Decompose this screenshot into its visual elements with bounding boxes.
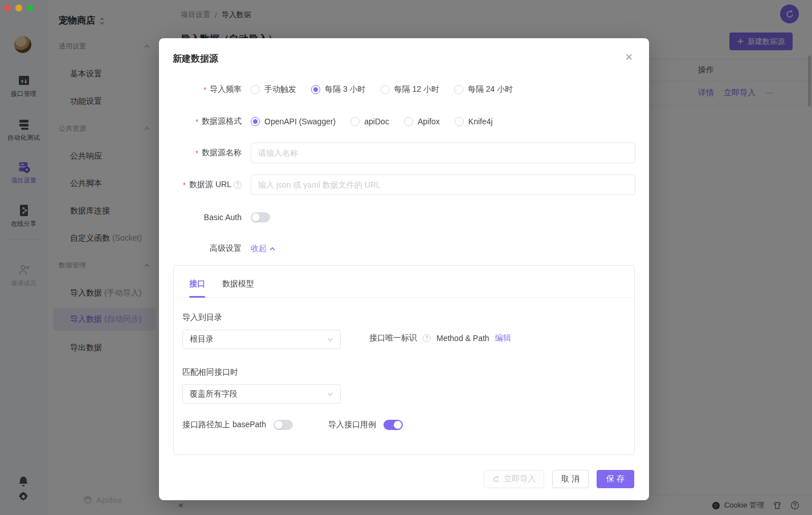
tab-endpoints[interactable]: 接口 — [189, 279, 205, 297]
radio-circle — [381, 85, 390, 94]
base-path-label: 接口路径加上 basePath — [182, 420, 266, 430]
link-label: 收起 — [251, 244, 267, 254]
field-label: * 数据源 URL ? — [173, 180, 242, 190]
panel-tabs: 接口 数据模型 — [174, 266, 634, 298]
import-cases-toggle[interactable] — [383, 420, 403, 430]
button-label: 立即导入 — [504, 474, 536, 484]
radio-label: 每隔 12 小时 — [394, 84, 439, 95]
select-value: 根目录 — [190, 334, 214, 344]
radio-format-apidoc[interactable]: apiDoc — [350, 117, 389, 126]
label-text: 数据源名称 — [202, 148, 242, 158]
field-label: Basic Auth — [173, 213, 242, 222]
label-text: 高级设置 — [210, 244, 242, 254]
form-row-name: * 数据源名称 — [173, 143, 635, 163]
window-controls — [4, 5, 34, 11]
modal-footer: 立即导入 取 消 保 存 — [484, 470, 634, 488]
form-row-format: * 数据源格式 OpenAPI (Swagger) apiDoc Apifox … — [173, 116, 635, 127]
import-cases-label: 导入接口用例 — [328, 420, 376, 430]
radio-label: 每隔 3 小时 — [325, 84, 366, 95]
required-asterisk: * — [203, 86, 206, 94]
endpoint-id-label: 接口唯一标识 — [369, 333, 417, 343]
cancel-button[interactable]: 取 消 — [552, 470, 589, 488]
radio-circle-selected — [311, 85, 320, 94]
radio-label: OpenAPI (Swagger) — [264, 117, 336, 126]
radio-circle — [454, 85, 463, 94]
field-label: * 数据源格式 — [173, 116, 242, 127]
select-value: 覆盖所有字段 — [190, 389, 238, 399]
endpoint-id-help-icon[interactable]: ? — [423, 334, 431, 342]
radio-label: 手动触发 — [264, 84, 296, 95]
form-row-basic-auth: Basic Auth — [173, 212, 635, 223]
label-text: 数据源 URL — [189, 180, 231, 190]
button-label: 取 消 — [561, 474, 580, 484]
form-row-frequency: * 导入频率 手动触发 每隔 3 小时 每隔 12 小时 每隔 24 小时 — [173, 84, 635, 95]
import-dir-label: 导入到目录 — [182, 313, 222, 323]
window-zoom-button[interactable] — [27, 5, 34, 11]
base-path-toggle[interactable] — [274, 420, 293, 430]
tab-data-models[interactable]: 数据模型 — [222, 279, 254, 297]
new-datasource-modal: 新建数据源 ✕ * 导入频率 手动触发 每隔 3 小时 每隔 12 小时 每隔 … — [159, 38, 649, 500]
radio-format-openapi[interactable]: OpenAPI (Swagger) — [251, 117, 336, 126]
button-label: 保 存 — [606, 474, 625, 484]
refresh-icon — [492, 476, 500, 483]
window-minimize-button[interactable] — [15, 5, 22, 11]
form-row-advanced: 高级设置 收起 — [173, 243, 635, 254]
advanced-collapse-link[interactable]: 收起 — [251, 244, 275, 254]
radio-format-knife4j[interactable]: Knife4j — [455, 117, 493, 126]
radio-frequency-24h[interactable]: 每隔 24 小时 — [454, 84, 513, 95]
radio-circle — [350, 117, 360, 126]
import-dir-select[interactable]: 根目录 — [182, 330, 341, 349]
radio-circle-selected — [251, 117, 260, 126]
chevron-down-icon — [327, 392, 333, 396]
required-asterisk: * — [195, 149, 198, 157]
datasource-url-input[interactable] — [251, 175, 635, 195]
chevron-down-icon — [327, 338, 333, 342]
radio-frequency-3h[interactable]: 每隔 3 小时 — [311, 84, 366, 95]
label-text: 数据源格式 — [202, 116, 242, 127]
radio-frequency-manual[interactable]: 手动触发 — [251, 84, 296, 95]
radio-label: Knife4j — [468, 117, 493, 126]
radio-circle — [251, 85, 260, 94]
endpoint-id-edit-link[interactable]: 编辑 — [495, 333, 511, 343]
label-text: Basic Auth — [204, 213, 242, 222]
datasource-name-input[interactable] — [251, 143, 635, 163]
advanced-settings-panel: 接口 数据模型 导入到目录 根目录 接口唯一标识 ? Method & Path… — [173, 265, 635, 455]
endpoint-id-value: Method & Path — [436, 334, 489, 343]
radio-label: apiDoc — [364, 117, 389, 126]
import-now-button[interactable]: 立即导入 — [484, 470, 544, 488]
field-label: * 数据源名称 — [173, 148, 242, 158]
chevron-up-icon — [270, 247, 275, 251]
radio-format-apifox[interactable]: Apifox — [404, 117, 440, 126]
field-label: * 导入频率 — [173, 84, 242, 95]
match-mode-select[interactable]: 覆盖所有字段 — [182, 384, 341, 404]
panel-toggle-row: 接口路径加上 basePath 导入接口用例 — [182, 420, 403, 430]
radio-circle — [455, 117, 464, 126]
url-help-icon[interactable]: ? — [234, 181, 242, 189]
window-close-button[interactable] — [4, 5, 11, 11]
save-button[interactable]: 保 存 — [597, 470, 634, 488]
label-text: 导入频率 — [210, 84, 242, 95]
modal-close-icon[interactable]: ✕ — [625, 52, 633, 62]
modal-title: 新建数据源 — [173, 53, 218, 65]
endpoint-id-group: 接口唯一标识 ? Method & Path 编辑 — [369, 333, 511, 343]
radio-frequency-12h[interactable]: 每隔 12 小时 — [381, 84, 439, 95]
required-asterisk: * — [195, 117, 198, 126]
radio-label: 每隔 24 小时 — [468, 84, 513, 95]
match-mode-label: 匹配相同接口时 — [182, 367, 238, 378]
field-label: 高级设置 — [173, 244, 242, 254]
form-row-url: * 数据源 URL ? — [173, 175, 635, 195]
radio-label: Apifox — [418, 117, 440, 126]
radio-circle — [404, 117, 413, 126]
basic-auth-toggle[interactable] — [251, 212, 270, 222]
required-asterisk: * — [183, 181, 186, 189]
